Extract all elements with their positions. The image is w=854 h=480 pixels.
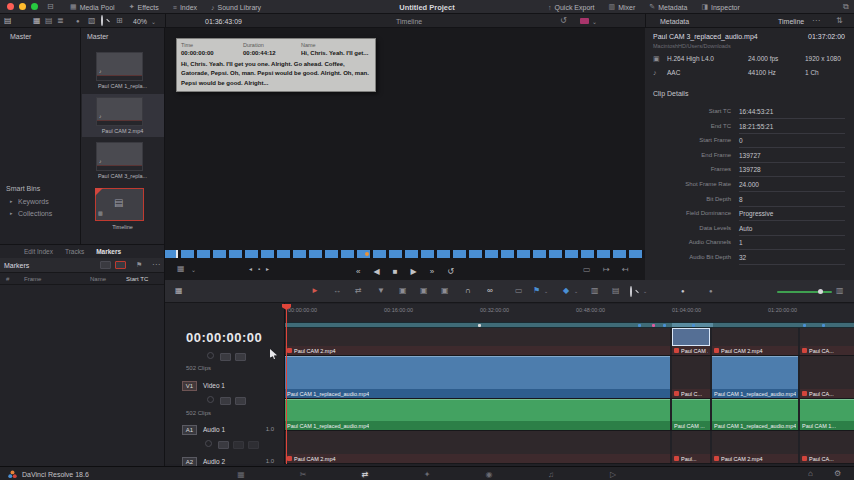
- marker-thumbnail-view-icon[interactable]: [100, 261, 111, 269]
- more-options-icon[interactable]: ⋯: [812, 17, 820, 25]
- tab-markers[interactable]: Markers: [96, 248, 121, 255]
- goto-first-frame-icon[interactable]: «: [356, 267, 360, 276]
- mixer-panel-icon[interactable]: ▥: [836, 287, 844, 295]
- full-extent-dot-icon[interactable]: ●: [709, 288, 713, 294]
- metadata-preset-label[interactable]: Timeline: [778, 18, 804, 25]
- metadata-chevron-icon[interactable]: ⌄: [592, 19, 597, 25]
- timeline-marker[interactable]: [692, 324, 695, 327]
- timeline-clip[interactable]: Paul CA...: [800, 356, 854, 398]
- viewer-mode-label[interactable]: Timeline: [396, 18, 422, 25]
- project-settings-icon[interactable]: ⚙: [834, 470, 841, 478]
- timeline-clip[interactable]: Paul CAM 1...: [800, 399, 854, 430]
- overwrite-clip-icon[interactable]: ▣: [420, 287, 428, 295]
- metadata-field-value[interactable]: 18:21:55:21: [739, 123, 845, 134]
- timeline-clip[interactable]: Paul...: [672, 431, 710, 463]
- timeline-clip[interactable]: Paul CAM 2.mp4: [712, 431, 798, 463]
- selection-tool-icon[interactable]: ►: [311, 287, 319, 295]
- timeline-clip-thumbnail[interactable]: ▤ ▥: [95, 188, 144, 221]
- timeline-clip[interactable]: Paul CAM 1_replaced_audio.mp4: [712, 399, 798, 430]
- stop-icon[interactable]: ■: [393, 267, 398, 276]
- timeline-clip-name[interactable]: Timeline: [81, 224, 164, 230]
- page-cut[interactable]: ✂: [296, 470, 310, 479]
- page-fusion[interactable]: ✦: [420, 470, 434, 479]
- snapping-icon[interactable]: ∩: [465, 287, 471, 295]
- media-clip-thumbnail[interactable]: ♪: [96, 52, 143, 81]
- dynamic-trim-tool-icon[interactable]: ⇄: [355, 287, 362, 295]
- project-manager-icon[interactable]: ⌂: [808, 470, 813, 478]
- viewer-marker[interactable]: [365, 252, 369, 256]
- viewer-scrub-bar[interactable]: [165, 250, 645, 258]
- track-v2-lock-icon[interactable]: [207, 352, 214, 359]
- page-media[interactable]: ▦: [234, 470, 248, 479]
- track-a1-badge[interactable]: A1: [182, 425, 197, 435]
- track-a1-arm-icon[interactable]: [248, 441, 259, 449]
- media-clip-name[interactable]: Paul CAM 3_repla...: [81, 173, 164, 179]
- timeline-marker[interactable]: [803, 324, 806, 327]
- play-forward-icon[interactable]: ▶: [411, 267, 417, 276]
- sort-icon[interactable]: ●: [76, 18, 80, 24]
- media-clip-name[interactable]: Paul CAM 2.mp4: [81, 128, 164, 134]
- play-reverse-icon[interactable]: ◀: [374, 267, 380, 276]
- goto-out-icon[interactable]: ↤: [622, 266, 629, 274]
- refresh-icon[interactable]: ↺: [560, 17, 567, 25]
- track-v2-enable-icon[interactable]: [235, 353, 246, 361]
- marker-list-view-icon[interactable]: [115, 261, 126, 269]
- metadata-field-value[interactable]: 139728: [739, 166, 845, 177]
- volume-slider-track[interactable]: [777, 291, 832, 293]
- timeline-clip[interactable]: Paul CAM ...: [672, 328, 710, 355]
- timeline-clip[interactable]: Paul CAM 1_replaced_audio.mp4: [712, 356, 798, 398]
- timeline-clip[interactable]: Paul CAM 2.mp4: [285, 328, 670, 355]
- timeline-marker[interactable]: [652, 324, 655, 327]
- metadata-field-value[interactable]: 16:44:53:21: [739, 108, 845, 119]
- flag-chevron-icon[interactable]: ⌄: [544, 289, 548, 294]
- audio-view-icon[interactable]: ▤: [612, 287, 620, 295]
- pool-zoom-level[interactable]: 40%: [133, 18, 147, 25]
- timeline-marker[interactable]: [638, 324, 641, 327]
- zoom-options-chevron-icon[interactable]: ⌄: [643, 289, 647, 294]
- insert-clip-icon[interactable]: ▣: [399, 287, 407, 295]
- timeline-clip[interactable]: Paul CAM ...: [672, 399, 710, 430]
- render-cache-icon[interactable]: ▥: [591, 287, 599, 295]
- zoom-chevron-icon[interactable]: ⌄: [151, 19, 156, 25]
- metadata-field-value[interactable]: Progressive: [739, 210, 845, 221]
- media-clip-thumbnail[interactable]: ♪: [96, 142, 143, 171]
- tab-tracks[interactable]: Tracks: [65, 248, 84, 255]
- detail-zoom-dot-icon[interactable]: ●: [681, 288, 685, 294]
- search-icon[interactable]: [101, 17, 103, 25]
- track-v2-autoselect-icon[interactable]: [220, 353, 231, 361]
- page-edit[interactable]: ⇄: [358, 470, 372, 479]
- track-a1-solo-icon[interactable]: [233, 441, 244, 449]
- thumbnail-view-icon[interactable]: ▦: [33, 17, 41, 25]
- list-view-icon[interactable]: ≣: [57, 17, 64, 25]
- timeline-clip[interactable]: Paul C...: [672, 356, 710, 398]
- page-fairlight[interactable]: ♫: [544, 470, 558, 479]
- filter-icon[interactable]: ⊞: [116, 17, 123, 25]
- workspace-icon[interactable]: ⧉: [843, 3, 849, 11]
- tab-edit-index[interactable]: Edit Index: [24, 248, 53, 255]
- bin-tree-master[interactable]: Master: [10, 33, 31, 40]
- inspector-button[interactable]: ◨Inspector: [701, 3, 739, 11]
- razor-tool-icon[interactable]: ▼: [377, 287, 385, 295]
- timeline-ruler[interactable]: 00:00:00:0000:16:00:0000:32:00:0000:48:0…: [285, 304, 854, 322]
- smart-bin-collections[interactable]: Collections: [18, 210, 52, 217]
- smart-bins-header[interactable]: Smart Bins: [6, 185, 40, 192]
- track-v1-autoselect-icon[interactable]: [220, 397, 231, 405]
- metadata-field-value[interactable]: 0: [739, 137, 845, 148]
- linked-selection-icon[interactable]: ∞: [487, 287, 493, 295]
- track-v1-enable-icon[interactable]: [235, 397, 246, 405]
- track-v1-name[interactable]: Video 1: [203, 382, 225, 389]
- track-a1-name[interactable]: Audio 1: [203, 426, 225, 433]
- flag-icon[interactable]: ⚑: [533, 287, 540, 295]
- metadata-field-value[interactable]: 8: [739, 196, 845, 207]
- track-v1-lock-icon[interactable]: [207, 396, 214, 403]
- page-deliver[interactable]: ▷: [606, 470, 620, 479]
- track-a1-lock-icon[interactable]: [205, 440, 212, 447]
- timeline-marker[interactable]: [663, 324, 666, 327]
- timeline-clip[interactable]: Paul CAM 1_replaced_audio.mp4: [285, 356, 670, 398]
- timeline-marker[interactable]: [478, 324, 481, 327]
- position-lock-icon[interactable]: ▭: [515, 287, 523, 295]
- metadata-button[interactable]: ✎Metadata: [649, 3, 687, 11]
- timeline-zoom-icon[interactable]: [630, 288, 632, 296]
- page-color[interactable]: ◉: [482, 470, 496, 479]
- timeline-clip[interactable]: Paul CAM 2.mp4: [712, 328, 798, 355]
